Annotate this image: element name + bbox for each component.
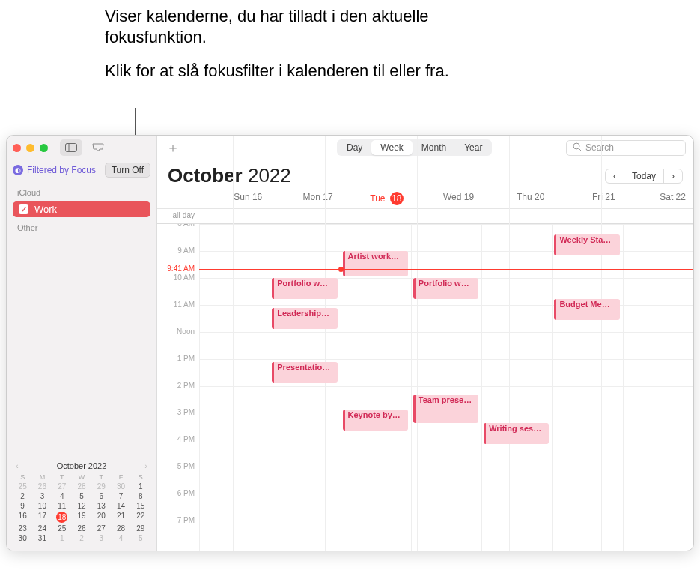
mini-day[interactable]: 16	[13, 511, 32, 524]
mini-day[interactable]: 23	[13, 524, 32, 533]
day-col-thu[interactable]: Writing ses…	[481, 224, 552, 551]
event[interactable]: Team prese…	[413, 395, 478, 423]
now-time-label: 9:41 AM	[157, 264, 199, 273]
callout-turn-off: Klik for at slå fokusfilter i kalenderen…	[105, 61, 449, 82]
event[interactable]: Portfolio w…	[413, 278, 478, 299]
event[interactable]: Leadership…	[272, 308, 337, 329]
event[interactable]: Artist work…	[343, 251, 408, 276]
day-col-sun[interactable]	[199, 224, 270, 551]
event[interactable]: Presentatio…	[272, 362, 337, 383]
checkbox-checked-icon[interactable]: ✓	[19, 204, 28, 214]
mini-day[interactable]: 25	[13, 482, 32, 491]
mini-day[interactable]: 30	[13, 533, 32, 543]
day-col-wed[interactable]: Portfolio w…Team prese…	[411, 224, 481, 551]
close-icon[interactable]	[13, 144, 21, 152]
week-grid[interactable]: 8 AM9 AM10 AM11 AMNoon1 PM2 PM3 PM4 PM5 …	[157, 224, 693, 551]
day-col-sat[interactable]	[623, 224, 693, 551]
mini-day[interactable]: 2	[13, 491, 32, 501]
mini-day[interactable]: 9	[13, 501, 32, 511]
event[interactable]: Keynote by…	[343, 410, 408, 431]
event[interactable]: Writing ses…	[484, 423, 549, 444]
day-col-fri[interactable]: Weekly Sta…Budget Me…	[552, 224, 622, 551]
main-area: ＋ Day Week Month Year Search October 202…	[157, 136, 693, 551]
mini-dow: S	[13, 473, 32, 482]
traffic-lights	[13, 144, 48, 152]
moon-icon: ◐	[13, 165, 23, 175]
day-col-mon[interactable]: Portfolio w…Leadership…Presentatio…	[270, 224, 340, 551]
minimize-icon[interactable]	[26, 144, 34, 152]
hour-label: 7 PM	[157, 521, 199, 548]
event[interactable]: Budget Me…	[554, 299, 619, 320]
allday-row: all-day	[157, 209, 693, 224]
mini-prev-icon[interactable]: ‹	[16, 461, 19, 470]
event[interactable]: Portfolio w…	[272, 278, 337, 299]
event[interactable]: Weekly Sta…	[554, 234, 619, 255]
now-line	[199, 269, 693, 270]
callout-focus-calendars: Viser kalenderne, du har tilladt i den a…	[105, 6, 449, 47]
zoom-icon[interactable]	[40, 144, 48, 152]
day-col-tue[interactable]: Artist work…Keynote by…	[341, 224, 411, 551]
calendar-window: ◐ Filtered by Focus Turn Off iCloud ✓ Wo…	[6, 135, 694, 551]
